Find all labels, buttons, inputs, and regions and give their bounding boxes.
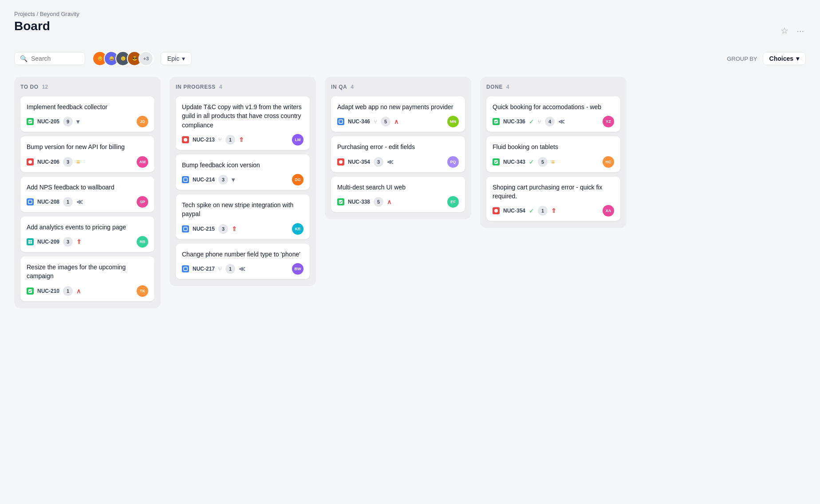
task-card[interactable]: Resize the images for the upcoming campa…: [20, 256, 154, 301]
svg-point-13: [339, 160, 343, 164]
card-title: Shoping cart purchasing error - quick fi…: [493, 183, 614, 201]
tag-icon: [182, 225, 189, 232]
count-badge: 1: [63, 197, 73, 207]
assignee-avatar: RB: [137, 236, 148, 248]
tag-label: NUC-215: [193, 226, 215, 232]
tag-icon: [337, 118, 344, 125]
tag-icon: [27, 198, 34, 205]
task-card[interactable]: Bump feedback icon version NUC-214 3 ▾ D…: [176, 154, 310, 190]
task-card[interactable]: Fluid booking on tablets NUC-343 ✓ 5 ≡ H…: [486, 136, 620, 172]
priority-icon: ≡: [551, 158, 555, 165]
card-title: Implement feedback collector: [27, 102, 148, 111]
choices-label: Choices: [769, 55, 793, 62]
tag-label: NUC-354: [348, 159, 370, 165]
card-title: Fluid booking on tablets: [493, 142, 614, 151]
group-by-label: GROUP BY: [727, 55, 757, 62]
count-badge: 1: [63, 286, 73, 296]
column-title: IN QA: [331, 84, 347, 90]
svg-point-1: [28, 160, 32, 164]
choices-button[interactable]: Choices ▾: [763, 52, 806, 65]
count-badge: 5: [538, 157, 548, 167]
assignee-avatar: KR: [292, 223, 304, 235]
task-card[interactable]: Shoping cart purchasing error - quick fi…: [486, 177, 620, 221]
priority-icon: ∧: [76, 287, 81, 295]
task-card[interactable]: Implement feedback collector NUC-205 9 ▾…: [20, 96, 154, 132]
task-card[interactable]: Multi-dest search UI web NUC-338 5 ∧ EF: [331, 177, 465, 212]
svg-point-8: [184, 138, 187, 142]
search-input[interactable]: [31, 55, 79, 62]
assignee-avatar: PQ: [447, 156, 459, 168]
page-title: Board: [14, 19, 50, 33]
column-count: 4: [219, 84, 222, 90]
count-badge: 3: [374, 157, 383, 167]
search-icon: 🔍: [20, 55, 28, 62]
task-card[interactable]: Change phone number field type to 'phone…: [176, 244, 310, 279]
task-card[interactable]: Add analytics events to pricing page NUC…: [20, 217, 154, 252]
priority-icon: ≡: [76, 158, 80, 165]
task-card[interactable]: Quick booking for accomodations - web NU…: [486, 96, 620, 132]
count-badge: 5: [381, 117, 390, 126]
priority-icon: ≪: [239, 265, 245, 272]
star-button[interactable]: ☆: [779, 24, 790, 38]
assignee-avatar: XA: [603, 205, 614, 217]
priority-icon: ⇑: [232, 225, 237, 232]
tag-icon: [182, 136, 189, 143]
assignee-avatar: DG: [292, 174, 304, 185]
task-card[interactable]: Bump version for new API for billing NUC…: [20, 136, 154, 172]
chevron-down-icon: ▾: [182, 55, 185, 62]
task-card[interactable]: Add NPS feedback to wallboard NUC-208 1 …: [20, 177, 154, 212]
priority-icon: ▾: [76, 118, 79, 125]
count-badge: 1: [225, 135, 235, 145]
count-badge: 1: [538, 206, 548, 216]
column-inprogress: IN PROGRESS 4 Update T&C copy with v1.9 …: [170, 77, 316, 286]
check-icon: ✓: [529, 118, 534, 125]
tag-label: NUC-346: [348, 118, 370, 125]
task-card[interactable]: Tech spike on new stripe integration wit…: [176, 194, 310, 239]
priority-icon: ≪: [387, 158, 394, 165]
tag-label: NUC-217: [193, 266, 215, 272]
search-box[interactable]: 🔍: [14, 52, 85, 65]
svg-rect-6: [31, 242, 32, 244]
column-done: DONE 4 Quick booking for accomodations -…: [480, 77, 627, 228]
priority-icon: ∧: [394, 118, 398, 125]
task-card[interactable]: Adapt web app no new payments provider N…: [331, 96, 465, 132]
kanban-board: TO DO 12 Implement feedback collector NU…: [14, 77, 806, 308]
tag-icon: [493, 207, 500, 214]
svg-rect-10: [184, 227, 187, 231]
svg-point-17: [494, 209, 498, 213]
priority-icon: ≪: [558, 118, 565, 125]
card-title: Quick booking for accomodations - web: [493, 102, 614, 111]
priority-icon: ⇑: [551, 207, 556, 214]
assignee-avatar: MN: [447, 116, 459, 127]
tag-icon: [182, 176, 189, 183]
branch-icon: ⑂: [374, 118, 377, 125]
epic-filter-button[interactable]: Epic ▾: [161, 52, 192, 65]
more-button[interactable]: ···: [795, 24, 806, 38]
tag-label: NUC-338: [348, 199, 370, 205]
assignee-avatar: TK: [137, 285, 148, 297]
card-title: Tech spike on new stripe integration wit…: [182, 201, 304, 219]
avatar-more[interactable]: +3: [138, 51, 154, 66]
column-inqa: IN QA 4 Adapt web app no new payments pr…: [325, 77, 471, 219]
assignee-avatar: LM: [292, 134, 304, 146]
svg-rect-3: [28, 240, 30, 242]
column-count: 4: [506, 84, 509, 90]
tag-icon: [337, 158, 344, 165]
svg-rect-11: [184, 267, 187, 271]
card-title: Resize the images for the upcoming campa…: [27, 263, 148, 281]
priority-icon: ∧: [387, 198, 391, 205]
task-card[interactable]: Purchasing error - edit fields NUC-354 3…: [331, 136, 465, 172]
card-title: Adapt web app no new payments provider: [337, 102, 459, 111]
svg-rect-12: [339, 120, 343, 123]
check-icon: ✓: [529, 207, 534, 214]
task-card[interactable]: Update T&C copy with v1.9 from the write…: [176, 96, 310, 150]
assignee-avatar: SP: [137, 196, 148, 208]
tag-label: NUC-213: [193, 137, 215, 143]
svg-rect-2: [28, 200, 32, 204]
svg-rect-4: [31, 240, 32, 242]
check-icon: ✓: [529, 158, 534, 165]
count-badge: 3: [63, 157, 73, 167]
svg-rect-5: [28, 242, 30, 244]
count-badge: 9: [63, 117, 73, 126]
tag-label: NUC-205: [37, 118, 59, 125]
